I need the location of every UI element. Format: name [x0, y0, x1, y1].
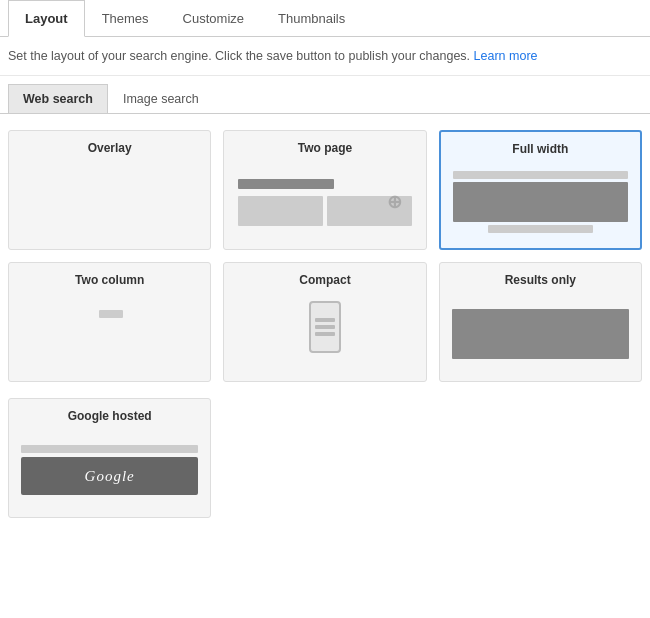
layout-option-two-page[interactable]: Two page ⊕ [223, 130, 426, 250]
tp-cell-left [238, 196, 323, 226]
tp-plus-icon: ⊕ [387, 191, 402, 213]
phone-line [315, 318, 335, 322]
layout-option-full-width[interactable]: Full width [439, 130, 642, 250]
layout-option-overlay[interactable]: Overlay [8, 130, 211, 250]
learn-more-link[interactable]: Learn more [474, 49, 538, 63]
phone-line [315, 332, 335, 336]
full-width-thumb [451, 166, 630, 238]
gh-bar [21, 445, 198, 453]
phone-line [315, 325, 335, 329]
tab-customize[interactable]: Customize [166, 0, 261, 37]
phone-icon [309, 301, 341, 353]
two-page-thumb: ⊕ [234, 165, 415, 239]
google-hosted-label: Google hosted [68, 409, 152, 423]
compact-thumb [234, 297, 415, 357]
sub-tab-image-search[interactable]: Image search [108, 84, 214, 114]
layout-option-results-only[interactable]: Results only [439, 262, 642, 382]
results-only-label: Results only [505, 273, 576, 287]
layout-option-compact[interactable]: Compact [223, 262, 426, 382]
layout-option-two-column[interactable]: Two column [8, 262, 211, 382]
two-column-label: Two column [75, 273, 144, 287]
sub-tab-web-search[interactable]: Web search [8, 84, 108, 114]
tab-layout[interactable]: Layout [8, 0, 85, 37]
tab-thumbnails[interactable]: Thumbnails [261, 0, 362, 37]
results-only-thumb [450, 297, 631, 371]
two-page-label: Two page [298, 141, 352, 155]
fw-bar-bottom [488, 225, 593, 233]
overlay-label: Overlay [88, 141, 132, 155]
layout-grid-bottom: Google hosted Google [0, 398, 650, 534]
two-column-thumb [19, 297, 200, 371]
description-text: Set the layout of your search engine. Cl… [8, 49, 470, 63]
fw-bar-top [453, 171, 628, 179]
compact-label: Compact [299, 273, 350, 287]
sub-tabs: Web search Image search [0, 76, 650, 114]
tc-small [99, 310, 123, 318]
main-tabs: Layout Themes Customize Thumbnails [0, 0, 650, 37]
full-width-label: Full width [512, 142, 568, 156]
tab-themes[interactable]: Themes [85, 0, 166, 37]
layout-option-google-hosted[interactable]: Google hosted Google [8, 398, 211, 518]
tp-bar [238, 179, 333, 189]
gh-google-logo: Google [21, 457, 198, 495]
overlay-thumb [19, 165, 200, 239]
fw-main-area [453, 182, 628, 222]
ro-main-area [452, 309, 629, 359]
description-bar: Set the layout of your search engine. Cl… [0, 37, 650, 76]
layout-grid: Overlay Two [0, 114, 650, 398]
google-hosted-thumb: Google [19, 433, 200, 507]
